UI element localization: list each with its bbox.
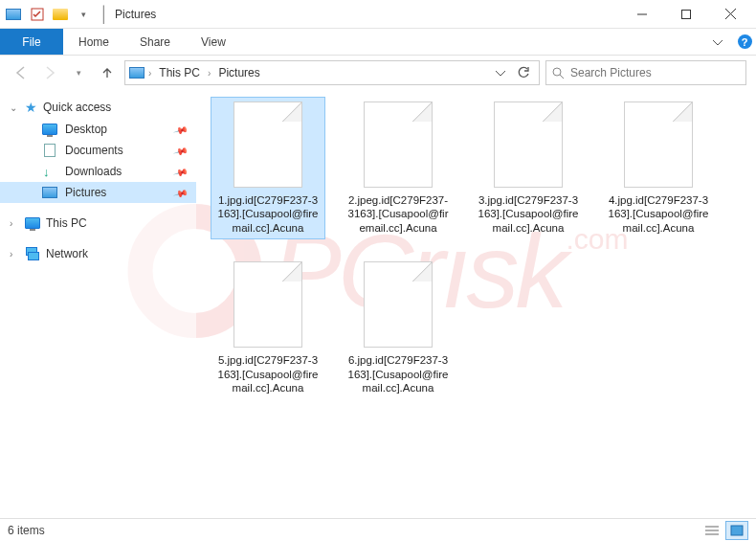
title-separator: │ xyxy=(100,6,109,23)
sidebar-item-pictures[interactable]: Pictures📌 xyxy=(0,182,196,203)
file-item[interactable]: 6.jpg.id[C279F237-3163].[Cusapool@firema… xyxy=(342,258,455,398)
file-thumbnail-icon xyxy=(364,101,433,188)
pin-icon: 📌 xyxy=(173,122,189,137)
ribbon-expand-button[interactable] xyxy=(702,29,733,55)
address-bar[interactable]: › This PC › Pictures xyxy=(124,60,540,85)
sidebar-network[interactable]: › Network xyxy=(0,243,196,264)
status-bar: 6 items xyxy=(0,518,756,541)
nav-forward-button[interactable] xyxy=(38,61,61,84)
ribbon-tab-share[interactable]: Share xyxy=(124,29,186,55)
nav-recent-dropdown[interactable]: ▾ xyxy=(67,61,90,84)
ribbon-tab-home[interactable]: Home xyxy=(63,29,124,55)
status-item-count: 6 items xyxy=(8,524,45,537)
pin-icon: 📌 xyxy=(173,164,189,179)
ribbon: File Home Share View ? xyxy=(0,29,756,56)
app-icon xyxy=(6,8,21,21)
minimize-button[interactable] xyxy=(620,0,664,29)
address-history-dropdown[interactable] xyxy=(489,61,512,84)
help-icon: ? xyxy=(738,34,752,49)
qat-dropdown[interactable]: ▾ xyxy=(73,4,94,25)
network-icon xyxy=(25,247,40,260)
file-thumbnail-icon xyxy=(233,261,302,348)
breadcrumb-pictures[interactable]: Pictures xyxy=(214,66,263,79)
pin-icon: 📌 xyxy=(173,143,189,158)
sidebar-item-label: Pictures xyxy=(65,186,106,199)
qat-new-folder[interactable] xyxy=(50,4,71,25)
file-item[interactable]: 5.jpg.id[C279F237-3163].[Cusapool@firema… xyxy=(211,258,324,398)
pic-icon xyxy=(42,186,57,199)
svg-point-5 xyxy=(553,68,561,76)
file-thumbnail-icon xyxy=(233,101,302,188)
file-name: 3.jpg.id[C279F237-3163].[Cusapool@firema… xyxy=(476,193,581,235)
sidebar-item-label: Desktop xyxy=(65,123,107,136)
view-large-icons-button[interactable] xyxy=(725,521,748,540)
svg-line-6 xyxy=(560,75,564,79)
search-input[interactable] xyxy=(570,66,740,79)
sidebar-label: Network xyxy=(46,247,88,260)
star-icon: ★ xyxy=(25,100,37,115)
sidebar-item-label: Documents xyxy=(65,144,123,157)
breadcrumb-this-pc[interactable]: This PC xyxy=(155,66,204,79)
monitor-icon xyxy=(25,216,40,230)
search-icon xyxy=(552,67,565,79)
qat-properties[interactable] xyxy=(27,4,48,25)
dl-icon xyxy=(42,165,57,178)
content-area[interactable]: 1.jpg.id[C279F237-3163].[Cusapool@firema… xyxy=(196,90,756,518)
chevron-right-icon[interactable]: › xyxy=(148,68,151,79)
nav-bar: ▾ › This PC › Pictures xyxy=(0,56,756,90)
sidebar-quick-access[interactable]: ⌄ ★ Quick access xyxy=(0,96,196,119)
sidebar-item-downloads[interactable]: Downloads📌 xyxy=(0,161,196,182)
address-icon xyxy=(129,66,145,79)
sidebar-item-desktop[interactable]: Desktop📌 xyxy=(0,119,196,140)
refresh-button[interactable] xyxy=(512,61,535,84)
file-item[interactable]: 3.jpg.id[C279F237-3163].[Cusapool@firema… xyxy=(472,98,585,238)
sidebar-this-pc[interactable]: › This PC xyxy=(0,213,196,234)
file-item[interactable]: 1.jpg.id[C279F237-3163].[Cusapool@firema… xyxy=(211,98,324,238)
chevron-down-icon: ⌄ xyxy=(10,102,17,113)
sidebar-item-label: Downloads xyxy=(65,165,122,178)
view-details-button[interactable] xyxy=(700,521,723,540)
chevron-right-icon: › xyxy=(10,218,12,229)
file-thumbnail-icon xyxy=(624,101,693,188)
file-name: 6.jpg.id[C279F237-3163].[Cusapool@firema… xyxy=(345,353,451,394)
file-grid: 1.jpg.id[C279F237-3163].[Cusapool@firema… xyxy=(211,98,741,398)
sidebar-label: Quick access xyxy=(43,101,111,114)
nav-up-button[interactable] xyxy=(96,61,119,84)
search-box[interactable] xyxy=(545,60,746,85)
maximize-button[interactable] xyxy=(664,0,708,29)
file-item[interactable]: 2.jpeg.id[C279F237-3163].[Cusapool@firem… xyxy=(342,98,455,238)
file-name: 1.jpg.id[C279F237-3163].[Cusapool@firema… xyxy=(215,193,321,235)
navigation-pane: ⌄ ★ Quick access Desktop📌Documents📌Downl… xyxy=(0,90,196,518)
svg-rect-2 xyxy=(682,10,691,18)
chevron-right-icon[interactable]: › xyxy=(208,68,211,79)
nav-back-button[interactable] xyxy=(10,61,33,84)
file-thumbnail-icon xyxy=(494,101,563,188)
chevron-right-icon: › xyxy=(10,249,12,259)
desktop-icon xyxy=(42,123,57,136)
file-item[interactable]: 4.jpg.id[C279F237-3163].[Cusapool@firema… xyxy=(602,98,715,238)
file-name: 5.jpg.id[C279F237-3163].[Cusapool@firema… xyxy=(215,353,321,394)
doc-icon xyxy=(42,144,57,157)
svg-rect-10 xyxy=(731,526,743,535)
file-name: 4.jpg.id[C279F237-3163].[Cusapool@firema… xyxy=(606,193,711,235)
ribbon-tab-view[interactable]: View xyxy=(186,29,241,55)
close-button[interactable] xyxy=(708,0,752,29)
sidebar-label: This PC xyxy=(46,216,87,230)
ribbon-file-tab[interactable]: File xyxy=(0,29,63,55)
pin-icon: 📌 xyxy=(173,185,189,200)
sidebar-item-documents[interactable]: Documents📌 xyxy=(0,140,196,161)
window-title: Pictures xyxy=(115,8,156,21)
help-button[interactable]: ? xyxy=(733,29,756,55)
file-name: 2.jpeg.id[C279F237-3163].[Cusapool@firem… xyxy=(345,193,451,235)
file-thumbnail-icon xyxy=(364,261,433,348)
quick-access-toolbar: ▾ xyxy=(27,4,94,25)
title-bar: ▾ │ Pictures xyxy=(0,0,756,29)
